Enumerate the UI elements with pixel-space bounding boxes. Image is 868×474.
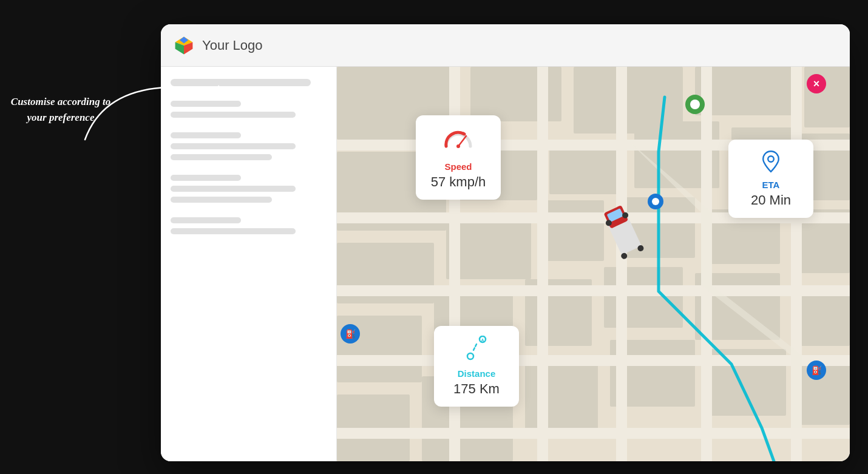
svg-rect-42 xyxy=(537,67,548,461)
map-background: × ⛽ ⛽ xyxy=(337,67,850,461)
map-area: × ⛽ ⛽ xyxy=(337,67,850,461)
svg-text:⛽: ⛽ xyxy=(345,329,356,339)
speed-label: Speed xyxy=(428,161,489,172)
navbar: Your Logo xyxy=(161,24,850,67)
svg-point-55 xyxy=(690,100,700,109)
sidebar-line xyxy=(171,197,272,203)
distance-label: Distance xyxy=(446,368,507,379)
svg-text:⛽: ⛽ xyxy=(812,365,822,376)
svg-rect-39 xyxy=(337,355,850,366)
sidebar-group-4 xyxy=(171,217,327,234)
annotation-text: Customise according to your preference xyxy=(0,94,121,125)
close-pin: × xyxy=(807,74,826,93)
svg-rect-43 xyxy=(616,67,627,461)
eta-card: ETA 20 Min xyxy=(728,140,813,218)
svg-line-69 xyxy=(473,344,476,351)
distance-value: 175 Km xyxy=(446,381,507,397)
svg-rect-20 xyxy=(543,200,604,261)
distance-icon: A xyxy=(463,336,490,362)
svg-rect-27 xyxy=(604,267,683,328)
distance-card: A Distance 175 Km xyxy=(434,326,519,407)
sidebar-line xyxy=(171,175,241,181)
eta-label: ETA xyxy=(741,180,801,190)
main-content: × ⛽ ⛽ xyxy=(161,67,850,461)
sidebar-line xyxy=(171,228,296,234)
eta-icon xyxy=(759,149,783,174)
route-checkpoint-pin xyxy=(648,194,663,209)
sidebar-line xyxy=(171,186,296,192)
svg-line-65 xyxy=(458,136,466,146)
speed-card: Speed 57 kmp/h xyxy=(416,115,501,200)
svg-point-59 xyxy=(652,198,659,205)
destination-pin xyxy=(685,95,705,114)
speed-value: 57 kmp/h xyxy=(428,174,489,190)
browser-window: Your Logo xyxy=(161,24,850,461)
fuel-station-right: ⛽ xyxy=(807,361,826,380)
svg-rect-40 xyxy=(337,428,850,439)
svg-rect-38 xyxy=(337,285,850,296)
svg-rect-32 xyxy=(525,358,598,431)
svg-point-70 xyxy=(467,353,473,359)
svg-point-66 xyxy=(768,156,774,162)
sidebar-group-3 xyxy=(171,175,327,203)
sidebar-line xyxy=(171,217,241,223)
svg-text:A: A xyxy=(481,338,484,342)
svg-text:×: × xyxy=(813,78,820,90)
fuel-station-left: ⛽ xyxy=(341,324,360,344)
eta-value: 20 Min xyxy=(741,192,801,208)
speedometer-icon xyxy=(443,125,473,155)
